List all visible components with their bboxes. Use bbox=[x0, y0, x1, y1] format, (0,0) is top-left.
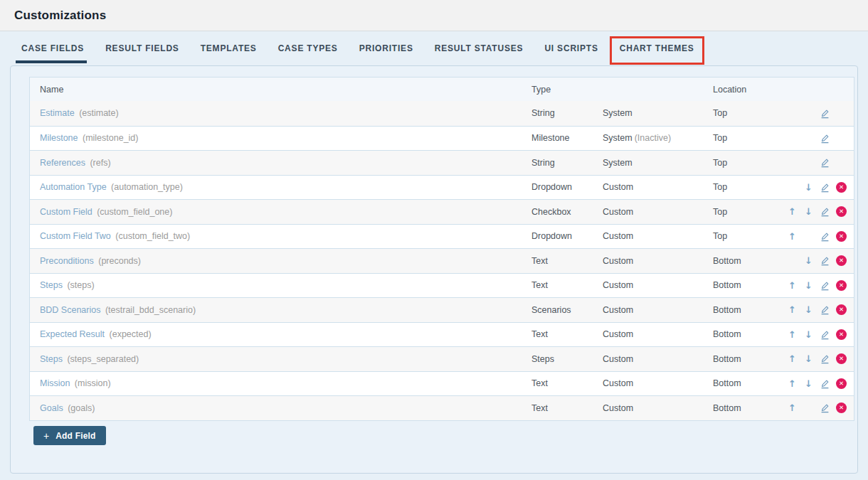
field-type: Text bbox=[531, 329, 603, 339]
row-actions: ↑ ↓ ✕ bbox=[784, 303, 855, 317]
table-row: Preconditions (preconds) Text Custom Bot… bbox=[30, 248, 854, 273]
move-up-icon[interactable]: ↑ bbox=[788, 330, 796, 339]
add-field-button[interactable]: + Add Field bbox=[33, 426, 106, 445]
column-header-location: Location bbox=[713, 85, 784, 95]
edit-icon[interactable] bbox=[820, 231, 830, 242]
move-up-icon[interactable]: ↑ bbox=[788, 232, 796, 241]
edit-icon[interactable] bbox=[820, 280, 830, 291]
table-row: References (refs) String System Top bbox=[30, 150, 854, 175]
move-up-icon[interactable]: ↑ bbox=[788, 403, 796, 412]
field-origin: Custom bbox=[603, 182, 713, 192]
delete-icon[interactable]: ✕ bbox=[836, 255, 847, 266]
column-header-type: Type bbox=[531, 85, 603, 95]
tab-bar: CASE FIELDS RESULT FIELDS TEMPLATES CASE… bbox=[21, 31, 861, 65]
edit-icon[interactable] bbox=[820, 182, 830, 193]
move-down-icon[interactable]: ↓ bbox=[805, 281, 813, 290]
field-name-link[interactable]: Custom Field bbox=[40, 207, 92, 217]
edit-icon[interactable] bbox=[820, 402, 830, 413]
move-down-icon[interactable]: ↓ bbox=[805, 379, 813, 388]
field-name-link[interactable]: Automation Type bbox=[40, 182, 107, 192]
move-down-icon[interactable]: ↓ bbox=[805, 305, 813, 314]
move-down-icon[interactable]: ↓ bbox=[805, 207, 813, 216]
table-row: BDD Scenarios (testrail_bdd_scenario) Sc… bbox=[30, 297, 854, 322]
field-name-cell: Mission (mission) bbox=[30, 378, 531, 388]
move-down-icon[interactable]: ↓ bbox=[805, 330, 813, 339]
field-origin: Custom bbox=[603, 256, 713, 266]
field-system-name: (steps) bbox=[67, 280, 94, 290]
tab-label: CASE FIELDS bbox=[21, 43, 84, 53]
edit-icon[interactable] bbox=[820, 206, 830, 217]
tab-case-types[interactable]: CASE TYPES bbox=[278, 43, 338, 53]
field-name-link[interactable]: Expected Result bbox=[40, 329, 105, 339]
field-location: Bottom bbox=[713, 354, 784, 364]
field-name-link[interactable]: BDD Scenarios bbox=[40, 305, 100, 315]
field-name-cell: Custom Field Two (custom_field_two) bbox=[30, 231, 531, 241]
delete-icon[interactable]: ✕ bbox=[836, 280, 847, 291]
edit-icon[interactable] bbox=[820, 378, 830, 389]
edit-icon[interactable] bbox=[820, 353, 830, 364]
tab-case-fields[interactable]: CASE FIELDS bbox=[21, 43, 84, 53]
field-location: Top bbox=[713, 231, 784, 241]
edit-icon[interactable] bbox=[820, 133, 830, 144]
move-up-icon[interactable]: ↑ bbox=[788, 305, 796, 314]
move-up-icon[interactable]: ↑ bbox=[788, 354, 796, 363]
row-actions: ↑ ✕ bbox=[784, 401, 855, 415]
field-location: Bottom bbox=[713, 280, 784, 290]
delete-icon[interactable]: ✕ bbox=[836, 353, 847, 364]
field-name-cell: Automation Type (automation_type) bbox=[30, 182, 531, 192]
move-up-icon[interactable]: ↑ bbox=[788, 281, 796, 290]
delete-icon[interactable]: ✕ bbox=[836, 206, 847, 217]
row-actions: ↑ ↓ ✕ bbox=[784, 327, 855, 341]
field-type: Checkbox bbox=[531, 207, 603, 217]
edit-icon[interactable] bbox=[820, 304, 830, 315]
field-name-link[interactable]: Goals bbox=[40, 403, 63, 413]
field-type: Text bbox=[531, 256, 603, 266]
tab-templates[interactable]: TEMPLATES bbox=[201, 43, 257, 53]
field-system-name: (goals) bbox=[68, 403, 95, 413]
field-system-name: (milestone_id) bbox=[83, 133, 139, 143]
move-down-icon[interactable]: ↓ bbox=[805, 256, 813, 265]
field-system-name: (custom_field_two) bbox=[115, 231, 190, 241]
delete-icon[interactable]: ✕ bbox=[836, 304, 847, 315]
field-name-cell: Estimate (estimate) bbox=[30, 108, 531, 118]
delete-icon[interactable]: ✕ bbox=[836, 378, 847, 389]
field-location: Top bbox=[713, 207, 784, 217]
field-name-link[interactable]: Mission bbox=[40, 378, 70, 388]
delete-icon[interactable]: ✕ bbox=[836, 329, 847, 340]
field-system-name: (preconds) bbox=[98, 256, 141, 266]
field-name-link[interactable]: Steps bbox=[40, 354, 63, 364]
delete-icon[interactable]: ✕ bbox=[836, 402, 847, 413]
field-name-link[interactable]: Estimate bbox=[40, 108, 75, 118]
table-body: Estimate (estimate) String System Top bbox=[30, 101, 854, 420]
tab-result-statuses[interactable]: RESULT STATUSES bbox=[435, 43, 524, 53]
move-down-icon[interactable]: ↓ bbox=[805, 183, 813, 192]
tab-result-fields[interactable]: RESULT FIELDS bbox=[105, 43, 179, 53]
delete-icon[interactable]: ✕ bbox=[836, 231, 847, 242]
edit-icon[interactable] bbox=[820, 108, 830, 119]
field-name-link[interactable]: Milestone bbox=[40, 133, 78, 143]
field-name-link[interactable]: Steps bbox=[40, 280, 63, 290]
field-type: String bbox=[531, 158, 603, 168]
delete-icon[interactable]: ✕ bbox=[836, 182, 847, 193]
field-origin: Custom bbox=[603, 329, 713, 339]
field-name-link[interactable]: Preconditions bbox=[40, 256, 94, 266]
edit-icon[interactable] bbox=[820, 255, 830, 266]
tab-ui-scripts[interactable]: UI SCRIPTS bbox=[544, 43, 598, 53]
field-type: String bbox=[531, 108, 603, 118]
move-up-icon[interactable]: ↑ bbox=[788, 379, 796, 388]
field-origin: System bbox=[603, 108, 713, 118]
edit-icon[interactable] bbox=[820, 329, 830, 340]
move-up-icon[interactable]: ↑ bbox=[788, 207, 796, 216]
field-location: Top bbox=[713, 158, 784, 168]
field-name-link[interactable]: References bbox=[40, 158, 85, 168]
move-down-icon[interactable]: ↓ bbox=[805, 354, 813, 363]
field-name-link[interactable]: Custom Field Two bbox=[40, 231, 111, 241]
field-location: Bottom bbox=[713, 329, 784, 339]
tab-label: RESULT FIELDS bbox=[105, 43, 179, 53]
edit-icon[interactable] bbox=[820, 157, 830, 168]
field-name-cell: Preconditions (preconds) bbox=[30, 256, 531, 266]
field-origin: Custom bbox=[603, 231, 713, 241]
tab-priorities[interactable]: PRIORITIES bbox=[359, 43, 413, 53]
tab-chart-themes[interactable]: CHART THEMES bbox=[620, 43, 694, 53]
tab-label: RESULT STATUSES bbox=[435, 43, 524, 53]
